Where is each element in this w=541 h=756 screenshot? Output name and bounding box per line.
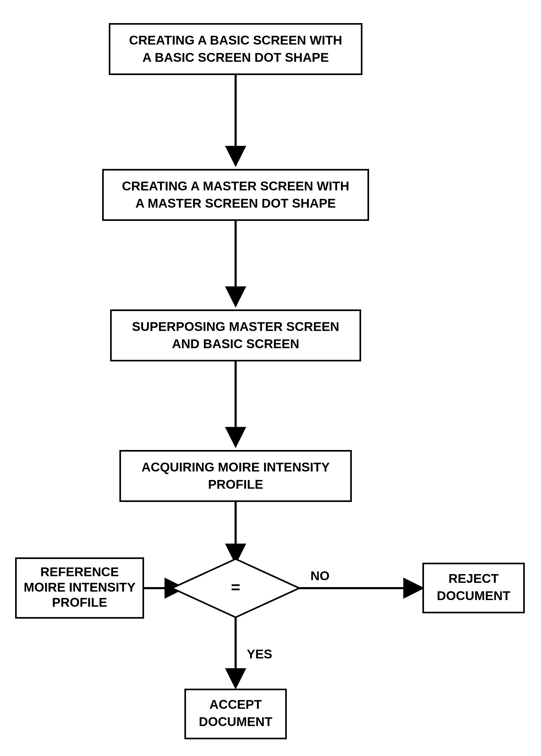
step1-line1: CREATING A BASIC SCREEN WITH [129,33,342,47]
step1-line2: A BASIC SCREEN DOT SHAPE [143,50,329,65]
reject-line1: REJECT [448,572,499,586]
node-accept-document [185,689,286,738]
node-reject-document [423,564,524,613]
step2-line1: CREATING A MASTER SCREEN WITH [122,179,349,193]
step-superposing [111,310,360,361]
step-create-master-screen [103,170,368,220]
edge-label-yes: YES [247,647,272,661]
decision-symbol: = [231,578,240,596]
step4-line2: PROFILE [208,477,263,491]
step-create-basic-screen [110,24,362,74]
step3-line1: SUPERPOSING MASTER SCREEN [132,320,339,334]
step2-line2: A MASTER SCREEN DOT SHAPE [135,196,336,210]
ref-line3: PROFILE [52,595,107,610]
accept-line1: ACCEPT [209,697,262,711]
ref-line1: REFERENCE [40,565,119,579]
step3-line2: AND BASIC SCREEN [172,337,299,351]
ref-line2: MOIRE INTENSITY [24,580,135,594]
accept-line2: DOCUMENT [199,715,272,729]
step4-line1: ACQUIRING MOIRE INTENSITY [142,460,329,474]
edge-label-no: NO [310,569,329,583]
reject-line2: DOCUMENT [437,589,510,603]
step-acquiring-moire [120,451,351,501]
flowchart-diagram: CREATING A BASIC SCREEN WITH A BASIC SCR… [0,0,541,756]
